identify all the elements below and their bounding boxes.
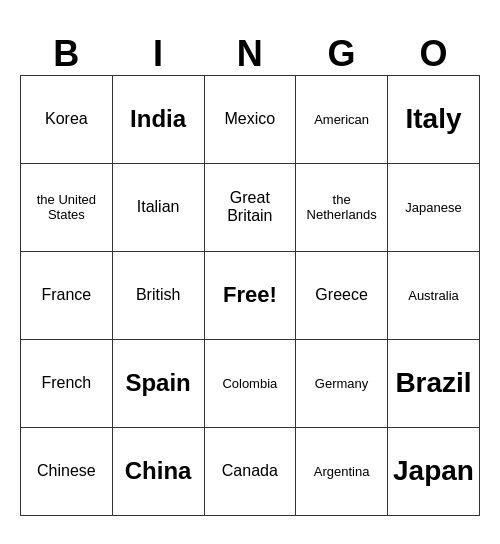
cell-3-1: Spain [112, 339, 204, 427]
bingo-card: B I N G O KoreaIndiaMexicoAmericanItalyt… [10, 19, 490, 526]
cell-4-1: China [112, 427, 204, 515]
grid-row-2: FranceBritishFree!GreeceAustralia [21, 251, 480, 339]
grid-row-4: ChineseChinaCanadaArgentinaJapan [21, 427, 480, 515]
grid-row-3: FrenchSpainColombiaGermanyBrazil [21, 339, 480, 427]
header-o: O [388, 33, 480, 76]
cell-3-2: Colombia [204, 339, 296, 427]
cell-0-3: American [296, 75, 388, 163]
header-b: B [21, 33, 113, 76]
cell-1-0: the United States [21, 163, 113, 251]
cell-3-4: Brazil [388, 339, 480, 427]
header-g: G [296, 33, 388, 76]
cell-2-1: British [112, 251, 204, 339]
cell-0-2: Mexico [204, 75, 296, 163]
cell-3-3: Germany [296, 339, 388, 427]
cell-4-2: Canada [204, 427, 296, 515]
cell-2-3: Greece [296, 251, 388, 339]
header-row: B I N G O [21, 33, 480, 76]
cell-4-4: Japan [388, 427, 480, 515]
header-i: I [112, 33, 204, 76]
cell-0-4: Italy [388, 75, 480, 163]
cell-1-2: Great Britain [204, 163, 296, 251]
cell-4-0: Chinese [21, 427, 113, 515]
cell-0-0: Korea [21, 75, 113, 163]
cell-1-1: Italian [112, 163, 204, 251]
cell-2-4: Australia [388, 251, 480, 339]
cell-1-3: the Netherlands [296, 163, 388, 251]
cell-2-0: France [21, 251, 113, 339]
cell-0-1: India [112, 75, 204, 163]
cell-1-4: Japanese [388, 163, 480, 251]
grid-row-1: the United StatesItalianGreat Britainthe… [21, 163, 480, 251]
header-n: N [204, 33, 296, 76]
bingo-grid: B I N G O KoreaIndiaMexicoAmericanItalyt… [20, 33, 480, 516]
cell-2-2: Free! [204, 251, 296, 339]
cell-4-3: Argentina [296, 427, 388, 515]
grid-row-0: KoreaIndiaMexicoAmericanItaly [21, 75, 480, 163]
cell-3-0: French [21, 339, 113, 427]
